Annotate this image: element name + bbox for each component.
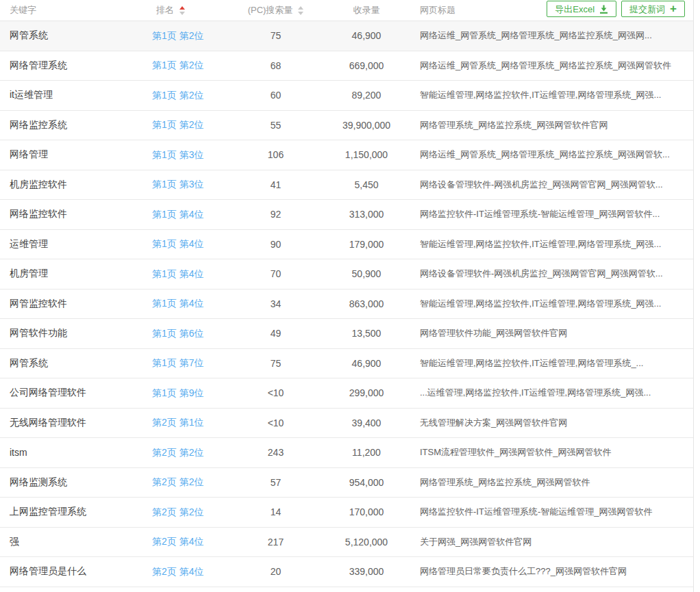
search-volume-cell: 106	[233, 149, 318, 160]
keyword-cell: 网管监控软件	[0, 298, 152, 310]
table-row: 网络管理系统 第1页 第2位 68 669,000 网络运维_网管系统_网络管理…	[0, 51, 693, 81]
rank-link[interactable]: 第1页 第2位	[152, 30, 203, 41]
rank-link[interactable]: 第1页 第3位	[152, 179, 203, 190]
page-title-cell: 网络监控软件-IT运维管理系统-智能运维管理_网强网管软件	[414, 506, 693, 518]
rank-link[interactable]: 第2页 第2位	[152, 447, 203, 458]
table-row: 上网监控管理系统 第2页 第2位 14 170,000 网络监控软件-IT运维管…	[0, 498, 693, 528]
table-row: 网管软件功能 第1页 第6位 49 13,500 网络管理软件功能_网强网管软件…	[0, 319, 693, 349]
rank-cell: 第1页 第7位	[152, 357, 233, 370]
index-count-cell: 954,000	[318, 477, 414, 488]
table-row: 机房管理 第1页 第4位 70 50,900 网络设备管理软件-网强机房监控_网…	[0, 259, 693, 289]
rank-link[interactable]: 第1页 第2位	[152, 119, 203, 130]
rank-cell: 第2页 第2位	[152, 446, 233, 459]
column-header-keyword: 关键字	[0, 4, 152, 16]
search-volume-cell: 41	[233, 179, 318, 190]
page-title-cell: 网络运维_网管系统_网络管理系统_网络监控系统_网强网...	[414, 29, 693, 42]
export-excel-button[interactable]: 导出Excel	[547, 1, 616, 17]
index-count-cell: 39,900,000	[318, 120, 414, 131]
rank-link[interactable]: 第1页 第7位	[152, 357, 203, 368]
sort-desc-icon[interactable]	[179, 12, 185, 15]
rank-link[interactable]: 第1页 第3位	[152, 149, 203, 160]
table-row: 网络管理员是什么 第2页 第4位 20 339,000 网络管理员日常要负责什么…	[0, 557, 693, 587]
plus-icon: +	[670, 3, 677, 14]
keyword-cell: 运维管理	[0, 238, 152, 250]
keyword-cell: 网络管理员是什么	[0, 565, 152, 578]
search-volume-cell: 75	[233, 30, 318, 41]
keyword-cell: 机房监控软件	[0, 179, 152, 191]
keyword-cell: 网络管理系统	[0, 60, 152, 72]
index-count-cell: 1,150,000	[318, 149, 414, 160]
toolbar: 导出Excel 提交新词 +	[547, 1, 685, 17]
keyword-cell: 无线网络管理软件	[0, 417, 152, 429]
rank-link[interactable]: 第1页 第4位	[152, 298, 203, 309]
search-volume-cell: 20	[233, 566, 318, 577]
search-volume-cell: 243	[233, 447, 318, 458]
page-title-cell: 网络管理软件功能_网强网管软件官网	[414, 327, 693, 339]
page-title-cell: 网络监控软件-IT运维管理系统-智能运维管理_网强网管软件...	[414, 208, 693, 220]
column-header-search-volume[interactable]: (PC)搜索量	[233, 4, 318, 16]
keyword-cell: 机房管理	[0, 268, 152, 280]
page-title-cell: 网络管理系统_网络监控系统_网强网管软件官网	[414, 119, 693, 131]
keyword-rank-table: 关键字 排名 (PC)搜索量 收录量 网页标题 导出Excel	[0, 0, 694, 592]
table-row: it运维管理 第1页 第2位 60 89,200 智能运维管理,网络监控软件,I…	[0, 81, 693, 111]
rank-link[interactable]: 第2页 第4位	[152, 566, 203, 577]
rank-cell: 第1页 第9位	[152, 387, 233, 400]
page-title-cell: 网络设备管理软件-网强机房监控_网强网管官网_网强网管软...	[414, 268, 693, 280]
sort-arrows-search-volume[interactable]	[298, 6, 303, 15]
column-header-rank[interactable]: 排名	[152, 4, 233, 16]
search-volume-cell: <10	[233, 417, 318, 428]
search-volume-cell: 34	[233, 298, 318, 309]
search-volume-cell: 14	[233, 506, 318, 517]
table-row: 网络管理 第1页 第3位 106 1,150,000 网络运维_网管系统_网络管…	[0, 140, 693, 170]
index-count-cell: 11,200	[318, 447, 414, 458]
sort-asc-icon[interactable]	[298, 6, 303, 10]
rank-link[interactable]: 第1页 第2位	[152, 60, 203, 70]
index-count-cell: 46,900	[318, 358, 414, 369]
rank-cell: 第1页 第2位	[152, 89, 233, 102]
page-title-cell: 无线管理解决方案_网强网管软件官网	[414, 417, 693, 429]
sort-asc-icon[interactable]	[179, 6, 185, 10]
keyword-cell: 公司网络管理软件	[0, 387, 152, 399]
keyword-cell: 网络管理	[0, 149, 152, 161]
search-volume-cell: 217	[233, 537, 318, 548]
page-title-cell: 网络设备管理软件-网强机房监控_网强网管官网_网强网管软...	[414, 179, 693, 191]
search-volume-cell: 60	[233, 90, 318, 101]
rank-cell: 第1页 第2位	[152, 59, 233, 72]
rank-link[interactable]: 第2页 第2位	[152, 476, 203, 487]
rank-link[interactable]: 第2页 第4位	[152, 536, 203, 547]
keyword-cell: 网管系统	[0, 357, 152, 370]
download-icon	[599, 5, 608, 14]
table-row: 网管监控软件 第1页 第4位 34 863,000 智能运维管理,网络监控软件,…	[0, 289, 693, 320]
submit-new-words-button[interactable]: 提交新词 +	[621, 1, 685, 17]
page-title-cell: ITSM流程管理软件_网强网管软件_网强网管软件	[414, 446, 693, 459]
keyword-cell: 网管软件功能	[0, 327, 152, 339]
page-title-cell: 网络运维_网管系统_网络管理系统_网络监控系统_网强网管软...	[414, 149, 693, 161]
rank-cell: 第1页 第2位	[152, 118, 233, 131]
table-row: 网络监控系统 第1页 第2位 55 39,900,000 网络管理系统_网络监控…	[0, 111, 693, 141]
index-count-cell: 313,000	[318, 209, 414, 220]
rank-link[interactable]: 第1页 第9位	[152, 387, 203, 398]
index-count-cell: 299,000	[318, 387, 414, 398]
rank-cell: 第1页 第4位	[152, 208, 233, 221]
rank-link[interactable]: 第2页 第2位	[152, 506, 203, 517]
export-excel-label: 导出Excel	[555, 5, 595, 14]
sort-arrows-rank[interactable]	[179, 6, 185, 15]
index-count-cell: 13,500	[318, 328, 414, 339]
table-row: 强 第2页 第4位 217 5,120,000 关于网强_网强网管软件官网	[0, 528, 693, 558]
page-title-cell: 网络管理员日常要负责什么工???_网强网管软件官网	[414, 565, 693, 578]
sort-desc-icon[interactable]	[298, 12, 303, 15]
rank-cell: 第2页 第4位	[152, 535, 233, 548]
rank-link[interactable]: 第1页 第2位	[152, 90, 203, 101]
rank-link[interactable]: 第1页 第6位	[152, 328, 203, 339]
rank-link[interactable]: 第2页 第1位	[152, 417, 203, 428]
rank-cell: 第1页 第3位	[152, 149, 233, 162]
rank-link[interactable]: 第1页 第4位	[152, 238, 203, 249]
rank-link[interactable]: 第1页 第4位	[152, 268, 203, 279]
search-volume-cell: 68	[233, 60, 318, 71]
index-count-cell: 50,900	[318, 268, 414, 279]
keyword-cell: 网络监控软件	[0, 208, 152, 220]
page-title-cell: 智能运维管理,网络监控软件,IT运维管理,网络管理系统_网强...	[414, 298, 693, 310]
rank-cell: 第1页 第3位	[152, 178, 233, 191]
rank-link[interactable]: 第1页 第4位	[152, 209, 203, 220]
rank-cell: 第2页 第2位	[152, 476, 233, 489]
